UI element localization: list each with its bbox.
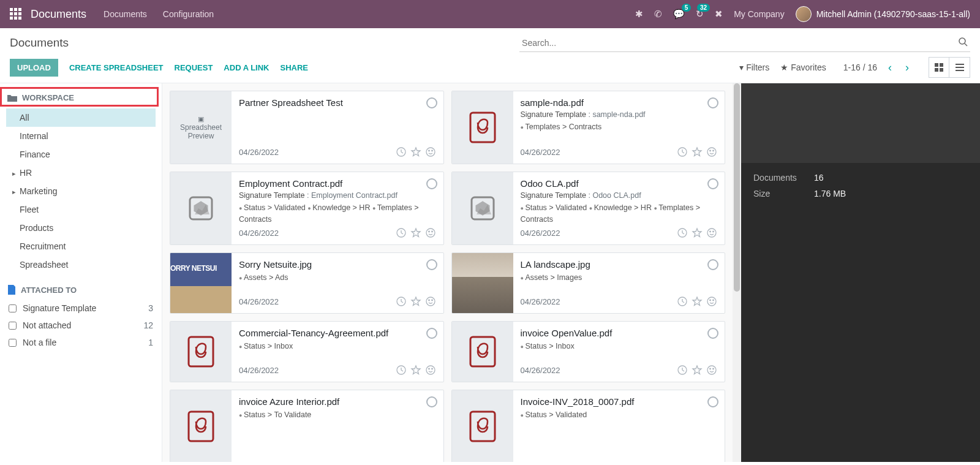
clock-icon[interactable] <box>396 365 407 376</box>
smile-icon[interactable] <box>425 146 436 157</box>
attached-filter-item[interactable]: Not a file1 <box>6 334 156 351</box>
star-icon[interactable] <box>692 227 703 238</box>
select-radio[interactable] <box>707 97 718 108</box>
document-card[interactable]: Sorry Netsuite.jpgAssets > Ads04/26/2022 <box>170 252 444 314</box>
workspace-item-fleet[interactable]: Fleet <box>6 200 156 219</box>
document-card[interactable]: ▣Spreadsheet PreviewPartner Spreadsheet … <box>170 91 444 164</box>
phone-icon[interactable]: ✆ <box>654 9 662 20</box>
workspace-item-spreadsheet[interactable]: Spreadsheet <box>6 255 156 274</box>
upload-button[interactable]: UPLOAD <box>10 59 58 77</box>
document-card[interactable]: Odoo CLA.pdfSignature Template : Odoo CL… <box>451 172 726 245</box>
star-icon[interactable] <box>410 365 421 376</box>
pager-prev[interactable]: ‹ <box>886 60 894 75</box>
info-value: 16 <box>814 173 824 183</box>
pager-next[interactable]: › <box>903 60 911 75</box>
workspace-item-internal[interactable]: Internal <box>6 127 156 145</box>
select-radio[interactable] <box>707 328 718 339</box>
document-card[interactable]: LA landscape.jpgAssets > Images04/26/202… <box>451 252 726 314</box>
card-tags: Status > Validated Knowledge > HR Templa… <box>239 202 436 225</box>
list-view-button[interactable] <box>949 57 970 78</box>
star-icon[interactable] <box>692 146 703 157</box>
select-radio[interactable] <box>707 396 718 407</box>
select-radio[interactable] <box>426 396 437 407</box>
star-icon[interactable] <box>410 146 421 157</box>
smile-icon[interactable] <box>706 146 717 157</box>
user-menu[interactable]: Mitchell Admin (14902790-saas-15-1-all) <box>796 6 970 22</box>
request-button[interactable]: REQUEST <box>175 59 213 77</box>
favorites-dropdown[interactable]: ★ Favorites <box>780 62 826 72</box>
workspace-item-hr[interactable]: HR <box>6 164 156 182</box>
smile-icon[interactable] <box>425 365 436 376</box>
action-buttons: UPLOAD CREATE SPREADSHEET REQUEST ADD A … <box>10 59 308 77</box>
company-switcher[interactable]: My Company <box>734 9 784 19</box>
select-radio[interactable] <box>707 259 718 270</box>
thumbnail-file <box>452 172 513 244</box>
activities-icon[interactable]: ↻32 <box>696 9 704 20</box>
star-icon[interactable] <box>410 296 421 307</box>
star-icon[interactable] <box>692 365 703 376</box>
clock-icon[interactable] <box>396 227 407 238</box>
svg-point-30 <box>428 300 429 301</box>
select-radio[interactable] <box>426 259 437 270</box>
clock-icon[interactable] <box>677 146 688 157</box>
thumbnail-image <box>452 253 513 313</box>
clock-icon[interactable] <box>396 146 407 157</box>
clock-icon[interactable] <box>677 365 688 376</box>
document-card[interactable]: Commercial-Tenancy-Agreement.pdfStatus >… <box>170 321 444 382</box>
create-spreadsheet-button[interactable]: CREATE SPREADSHEET <box>69 59 164 77</box>
apps-launcher-icon[interactable] <box>10 8 22 20</box>
control-panel: Documents UPLOAD CREATE SPREADSHEET REQU… <box>0 28 980 83</box>
card-date: 04/26/2022 <box>521 229 560 238</box>
select-radio[interactable] <box>426 328 437 339</box>
workspace-item-products[interactable]: Products <box>6 219 156 237</box>
workspace-item-recruitment[interactable]: Recruitment <box>6 237 156 255</box>
scrollbar[interactable] <box>733 83 741 462</box>
attached-checkbox[interactable] <box>9 322 17 330</box>
svg-point-31 <box>431 300 432 301</box>
document-card[interactable]: Invoice-INV_2018_0007.pdfStatus > Valida… <box>451 390 726 462</box>
share-button[interactable]: SHARE <box>281 59 309 77</box>
workspace-item-finance[interactable]: Finance <box>6 145 156 164</box>
attached-filter-item[interactable]: Not attached12 <box>6 317 156 334</box>
add-link-button[interactable]: ADD A LINK <box>224 59 269 77</box>
star-icon[interactable] <box>692 296 703 307</box>
workspace-item-marketing[interactable]: Marketing <box>6 182 156 200</box>
document-card[interactable]: invoice OpenValue.pdfStatus > Inbox04/26… <box>451 321 726 382</box>
filters-dropdown[interactable]: ▾ Filters <box>739 62 769 72</box>
smile-icon[interactable] <box>706 296 717 307</box>
document-card[interactable]: Employment Contract.pdfSignature Templat… <box>170 172 444 245</box>
kanban-view-button[interactable] <box>929 57 949 78</box>
select-radio[interactable] <box>707 178 718 189</box>
attached-checkbox[interactable] <box>9 339 17 347</box>
document-card[interactable]: sample-nda.pdfSignature Template : sampl… <box>451 91 726 164</box>
messages-icon[interactable]: 💬5 <box>673 9 685 20</box>
smile-icon[interactable] <box>706 227 717 238</box>
attached-to-header: ATTACHED TO <box>6 274 156 300</box>
clock-icon[interactable] <box>677 227 688 238</box>
nav-documents[interactable]: Documents <box>104 9 147 19</box>
attached-filter-item[interactable]: Signature Template3 <box>6 300 156 317</box>
view-switcher <box>929 57 970 78</box>
tools-icon[interactable]: ✖ <box>715 9 723 20</box>
clock-icon[interactable] <box>677 296 688 307</box>
select-radio[interactable] <box>426 178 437 189</box>
search-icon[interactable] <box>958 37 968 47</box>
attached-checkbox[interactable] <box>9 304 17 312</box>
star-icon[interactable] <box>410 227 421 238</box>
card-date: 04/26/2022 <box>521 366 560 375</box>
thumbnail-pdf <box>452 390 513 462</box>
smile-icon[interactable] <box>706 365 717 376</box>
search-input[interactable] <box>519 34 970 52</box>
clock-icon[interactable] <box>396 296 407 307</box>
document-card[interactable]: invoice Azure Interior.pdfStatus > To Va… <box>170 390 444 462</box>
search-box <box>519 34 970 52</box>
avatar <box>796 6 812 22</box>
svg-line-1 <box>965 43 967 46</box>
select-radio[interactable] <box>426 97 437 108</box>
nav-configuration[interactable]: Configuration <box>163 9 214 19</box>
smile-icon[interactable] <box>425 227 436 238</box>
bug-icon[interactable]: ✱ <box>635 9 643 20</box>
workspace-item-all[interactable]: All <box>6 108 156 127</box>
smile-icon[interactable] <box>425 296 436 307</box>
svg-point-20 <box>426 229 435 237</box>
